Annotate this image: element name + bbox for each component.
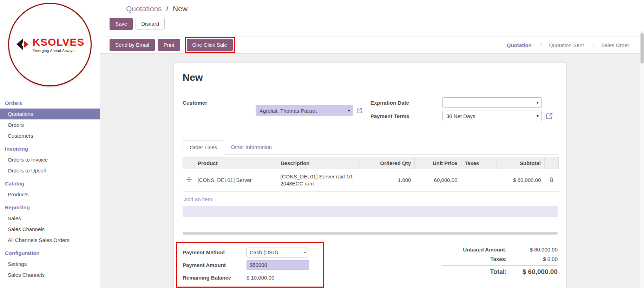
order-line-row[interactable]: [CONS_DEL01] Server [CONS_DEL01] Server … [183,169,559,192]
breadcrumb-separator: / [166,5,168,13]
customer-field[interactable]: Agrolait, Thomas Passot ▾ [256,105,353,116]
sidebar-item-all-channels-sales-orders[interactable]: All Channels Sales Orders [0,235,100,246]
payment-terms-value: 30 Net Days [446,113,475,119]
sidebar-item-orders-to-invoice[interactable]: Orders to Invoice [0,154,100,165]
sidebar-item-orders-to-upsell[interactable]: Orders to Upsell [0,165,100,176]
tab-order-lines[interactable]: Order Lines [183,140,224,155]
breadcrumb-quotations-link[interactable]: Quotations [126,5,162,13]
payment-terms-field[interactable]: 30 Net Days ▾ [442,111,542,121]
totals-block: Untaxed Amount: $ 60,000.00 Taxes: $ 0.0… [442,245,558,277]
payment-amount-label: Payment Amount [183,262,247,268]
sidebar-item-settings[interactable]: Settings [0,258,100,269]
notebook-tabs: Order Lines Other Information [183,140,558,155]
discard-button[interactable]: Discard [136,18,165,30]
menu-section-catalog: Catalog [0,176,100,189]
payment-method-value: Cash (USD) [250,249,278,255]
expiration-date-label: Expiration Date [370,100,442,106]
taxes-value: $ 0.00 [507,256,558,262]
one-click-sale-annotation-box: One Click Sale [185,37,235,53]
remaining-balance-value: $ 10,000.00 [247,275,274,281]
vertical-scrollbar-thumb[interactable] [640,33,644,64]
payment-method-label: Payment Method [183,249,247,255]
sidebar-item-orders[interactable]: Orders [0,119,100,130]
cell-ordered-qty: 1.000 [359,169,415,192]
untaxed-amount-label: Untaxed Amount: [463,247,507,253]
record-title: New [183,72,558,83]
remaining-balance-label: Remaining Balance [183,275,247,281]
send-by-email-button[interactable]: Send by Email [110,39,155,51]
payment-terms-external-link-icon[interactable] [546,113,553,119]
customer-value: Agrolait, Thomas Passot [259,108,317,114]
sidebar-item-products[interactable]: Products [0,189,100,200]
status-step-quotation[interactable]: Quotation [500,42,539,48]
cell-unit-price: 60,000.00 [415,169,461,192]
customer-label: Customer [183,97,256,124]
horizontal-scrollbar[interactable] [183,232,558,235]
untaxed-amount-value: $ 60,000.00 [507,247,558,253]
app-root: KSOLVES Emerging Ahead Always Orders Quo… [0,0,644,288]
order-lines-table: Product Description Ordered Qty Unit Pri… [183,157,559,192]
caret-down-icon: ▾ [348,108,350,113]
action-bar: Send by Email Print One Click Sale Quota… [100,36,644,54]
column-header-description[interactable]: Description [277,157,359,169]
one-click-sale-button[interactable]: One Click Sale [187,39,233,51]
statusbar: Quotation Quotation Sent Sales Order [500,42,636,48]
breadcrumb-current: New [173,5,188,13]
sidebar-item-config-sales-channels[interactable]: Sales Channels [0,269,100,280]
sidebar: KSOLVES Emerging Ahead Always Orders Quo… [0,0,100,288]
sidebar-item-sales[interactable]: Sales [0,213,100,224]
payment-annotation-box: Payment Method Cash (USD) ▾ Payment Amou… [176,242,324,288]
form-footer: Payment Method Cash (USD) ▾ Payment Amou… [183,242,558,288]
form-header-fields: Customer Agrolait, Thomas Passot ▾ [183,97,558,124]
breadcrumb: Quotations / New [126,5,188,13]
total-label: Total: [490,268,507,276]
column-header-unit-price[interactable]: Unit Price [415,157,461,169]
payment-amount-input[interactable] [247,260,309,270]
cell-product: [CONS_DEL01] Server [194,169,277,192]
drag-column-header [183,157,194,169]
caret-down-icon: ▾ [537,113,539,118]
cell-taxes [461,169,497,192]
cell-subtotal: $ 60,000.00 [497,169,545,192]
form-sheet: New Customer Agrolait, Thomas Passot ▾ [173,63,567,288]
caret-down-icon: ▾ [304,250,306,254]
status-step-sales-order[interactable]: Sales Order [594,42,636,48]
menu-section-orders: Orders [0,96,100,109]
column-header-ordered-qty[interactable]: Ordered Qty [359,157,415,169]
expiration-date-field[interactable]: ▾ [442,97,542,108]
column-header-subtotal[interactable]: Subtotal [497,157,545,169]
column-header-product[interactable]: Product [194,157,277,169]
brand-logo: KSOLVES Emerging Ahead Always [8,3,92,86]
main-area: Quotations / New Save Discard Send by Em… [100,0,644,288]
delete-line-icon[interactable] [545,169,559,192]
top-header: Quotations / New Save Discard [100,0,644,36]
tab-other-information[interactable]: Other Information [224,140,278,154]
payment-method-select[interactable]: Cash (USD) ▾ [247,248,309,257]
print-button[interactable]: Print [158,39,180,51]
add-an-item-link[interactable]: Add an item [183,192,212,202]
totals-divider [442,265,558,266]
new-row-highlight [183,206,558,217]
customer-external-link-icon[interactable] [357,108,362,113]
sidebar-item-sales-channels[interactable]: Sales Channels [0,224,100,235]
sidebar-item-quotations[interactable]: Quotations [0,109,100,119]
save-button[interactable]: Save [110,18,133,30]
content-area: New Customer Agrolait, Thomas Passot ▾ [100,54,644,288]
brand-name: KSOLVES [32,37,84,47]
taxes-label: Taxes: [491,256,507,262]
caret-down-icon: ▾ [537,100,539,105]
column-header-taxes[interactable]: Taxes [461,157,497,169]
sidebar-item-customers[interactable]: Customers [0,130,100,141]
status-step-quotation-sent[interactable]: Quotation Sent [542,42,591,48]
drag-handle-icon[interactable] [183,169,194,192]
payment-terms-label: Payment Terms [370,113,442,119]
cell-description: [CONS_DEL01] Server raid 10, 2048ECC ram [277,169,359,192]
brand-play-icon [15,38,30,52]
actions-column-header [545,157,559,169]
vertical-scrollbar[interactable] [640,31,644,288]
sidebar-menu: Orders Quotations Orders Customers Invoi… [0,96,100,280]
total-value: $ 60,000.00 [507,268,558,276]
menu-section-configuration: Configuration [0,246,100,258]
menu-section-reporting: Reporting [0,200,100,213]
menu-section-invoicing: Invoicing [0,141,100,154]
